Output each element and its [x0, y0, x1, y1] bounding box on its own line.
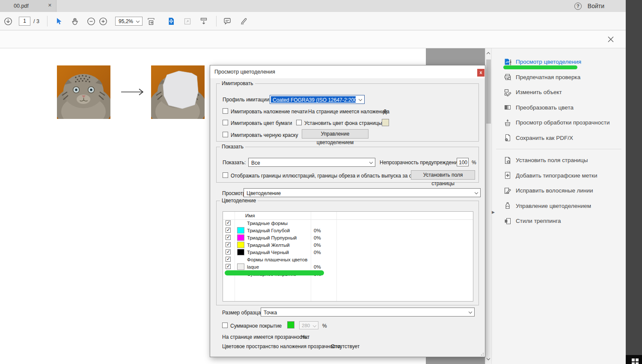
separation-row[interactable]: ✓ laque 0% — [223, 263, 473, 271]
separation-visibility-checkbox[interactable]: ✓ — [226, 264, 231, 269]
table-header: Имя — [223, 212, 473, 220]
tab-close-icon[interactable]: ✕ — [48, 3, 52, 8]
page-total-label: / 3 — [33, 18, 39, 24]
coverage-percent-spinner[interactable]: 280 — [299, 321, 318, 329]
zoom-in-icon[interactable] — [98, 12, 108, 30]
separations-group-label: Цветоделение — [220, 198, 258, 204]
page-bg-checkbox[interactable] — [296, 120, 302, 125]
separation-name: Триадный Желтый — [247, 243, 290, 248]
page-number-input[interactable]: 1 — [19, 17, 30, 26]
comment-icon[interactable] — [222, 12, 233, 30]
separation-coverage-value: 0% — [314, 250, 321, 255]
hand-tool-icon[interactable] — [70, 12, 80, 30]
separation-row[interactable]: ✓ Триадные формы — [223, 220, 473, 227]
dialog-close-button[interactable]: x — [477, 69, 484, 77]
sidebar-tool-item[interactable]: Сохранить как PDF/X — [492, 130, 626, 146]
page-boxes-icon — [503, 156, 512, 165]
sidebar-tool-item[interactable]: Установить поля страницы — [492, 153, 626, 168]
windows-start-button[interactable] — [626, 355, 642, 364]
set-page-boxes-button[interactable]: Установить поля страницы — [411, 170, 475, 180]
masked-cat-image — [151, 65, 205, 119]
preview-value: Цветоделение — [247, 190, 281, 196]
overprint-info-value: Да — [383, 109, 389, 115]
vertical-scrollbar[interactable] — [485, 48, 491, 364]
fix-hairlines-icon — [503, 186, 512, 195]
save-download-icon[interactable] — [3, 12, 13, 30]
sidebar-tool-item[interactable]: Просмотр цветоделения — [492, 54, 626, 70]
zoom-level-value: 95,2% — [119, 18, 133, 24]
tool-label: Установить поля страницы — [516, 157, 588, 163]
sidebar-tool-item[interactable]: Стили треппинга — [492, 213, 626, 229]
dialog-title: Просмотр цветоделения — [214, 69, 275, 75]
scroll-down-icon[interactable] — [487, 357, 490, 360]
fit-page-icon[interactable] — [166, 12, 177, 30]
sidebar-tool-item[interactable]: Исправить волосяные линии — [492, 183, 626, 198]
highlighter-icon[interactable] — [238, 12, 249, 30]
simulate-black-ink-checkbox[interactable] — [223, 132, 228, 137]
dialog-titlebar[interactable]: Просмотр цветоделения — [210, 65, 485, 78]
chevron-down-icon — [469, 310, 472, 314]
sidebar-tool-item[interactable]: Управление цветоделением — [492, 198, 626, 214]
total-coverage-label: Суммарное покрытие — [230, 323, 282, 329]
separations-table: Имя ✓ Триадные формы ✓ Триадный Голубой … — [223, 211, 473, 302]
sample-size-dropdown[interactable]: Точка — [261, 308, 475, 317]
tool-label: Изменить объект — [516, 89, 562, 95]
tool-label: Добавить типографские метки — [516, 172, 597, 179]
close-panel-icon[interactable] — [607, 36, 615, 43]
scrollbar-thumb[interactable] — [486, 59, 491, 124]
hide-toolbar-icon[interactable] — [198, 12, 209, 30]
save-pdfx-icon — [503, 133, 512, 142]
sidebar-tool-item[interactable]: Изменить объект — [492, 85, 626, 100]
sidebar-tool-item[interactable]: Предпечатная проверка — [492, 70, 626, 85]
warning-opacity-input[interactable]: 100 — [457, 158, 469, 166]
separation-row[interactable]: ✓ Формы плашечных цветов — [223, 256, 473, 263]
blend-space-label: Цветовое пространство наложения прозрачн… — [222, 343, 342, 349]
sign-in-button[interactable]: Войти — [588, 3, 604, 9]
sidebar-tool-item[interactable]: Преобразовать цвета — [492, 100, 626, 115]
show-art-trim-bleed-checkbox[interactable] — [223, 172, 228, 178]
separation-row[interactable]: ✓ Триадный Пурпурный 0% — [223, 234, 473, 242]
preview-dropdown[interactable]: Цветоделение — [244, 188, 481, 197]
select-tool-icon[interactable] — [54, 12, 64, 30]
tool-label: Предпечатная проверка — [516, 74, 580, 80]
separation-color-swatch — [237, 263, 244, 270]
simulate-paper-color-checkbox[interactable] — [223, 120, 228, 125]
simulate-overprint-label: Имитировать наложение печати — [231, 109, 308, 115]
total-coverage-checkbox[interactable] — [222, 323, 228, 328]
scroll-up-icon[interactable] — [487, 52, 490, 56]
show-group-label: Показать — [220, 144, 245, 150]
separation-color-swatch — [237, 234, 244, 241]
ink-manager-button[interactable]: Управление цветоделением — [302, 129, 369, 139]
separation-visibility-checkbox[interactable]: ✓ — [226, 220, 231, 225]
sidebar-tool-item[interactable]: Просмотр обработки прозрачности — [492, 115, 626, 130]
coverage-color-swatch[interactable] — [287, 321, 294, 328]
separation-visibility-checkbox[interactable]: ✓ — [226, 249, 231, 255]
separation-name: Триадный Черный — [247, 250, 289, 255]
show-dropdown[interactable]: Все — [248, 158, 375, 167]
simulate-overprint-checkbox[interactable] — [223, 108, 228, 114]
help-icon[interactable]: ? — [574, 3, 582, 10]
output-preview-dialog: Просмотр цветоделения x Имитировать Проф… — [210, 65, 485, 357]
zoom-level-dropdown[interactable]: 95,2% — [115, 17, 143, 26]
page-bg-color-swatch[interactable] — [382, 119, 389, 126]
ink-manager-icon — [503, 201, 512, 210]
separation-visibility-checkbox[interactable]: ✓ — [226, 228, 231, 233]
separation-visibility-checkbox[interactable]: ✓ — [226, 257, 231, 262]
separation-row[interactable]: ✓ Триадный Черный 0% — [223, 249, 473, 256]
document-tab[interactable]: 00.pdf ✕ — [0, 0, 56, 12]
zoom-out-icon[interactable] — [86, 12, 96, 30]
separation-visibility-checkbox[interactable]: ✓ — [226, 242, 231, 247]
simulation-profile-dropdown[interactable]: Coated FOGRA39 (ISO 12647-2:2004) — [270, 95, 365, 104]
separation-color-swatch — [237, 249, 244, 255]
tools-sidebar: ▶ Просмотр цветоделения Предпечатная про… — [491, 48, 626, 364]
sidebar-tool-item[interactable]: Добавить типографские метки — [492, 168, 626, 183]
resize-grip[interactable] — [479, 351, 484, 355]
fit-width-icon[interactable] — [146, 12, 157, 30]
app-window: 00.pdf ✕ ? Войти 1 / 3 95,2% — [0, 0, 642, 364]
separation-name: laque — [247, 264, 259, 269]
separation-row[interactable]: ✓ Триадный Желтый 0% — [223, 242, 473, 249]
green-underline-annotation — [225, 270, 324, 275]
document-message-bar — [0, 30, 626, 48]
separation-row[interactable]: ✓ Триадный Голубой 0% — [223, 227, 473, 234]
separation-visibility-checkbox[interactable]: ✓ — [226, 235, 231, 240]
